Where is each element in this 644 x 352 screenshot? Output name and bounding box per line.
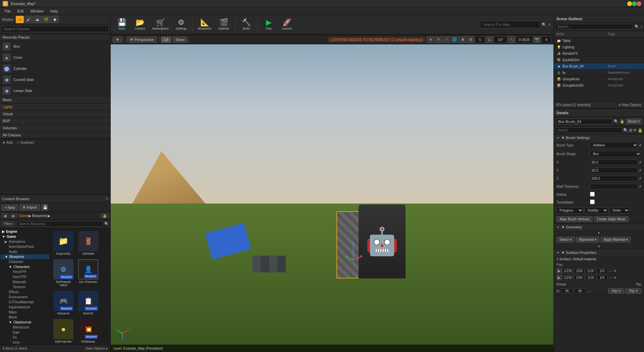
pan-val-2a[interactable]	[562, 275, 573, 280]
geometry-header[interactable]: ▼ ▼ Geometry	[554, 224, 644, 230]
tree-objektumok[interactable]: ▼Objektumok	[1, 320, 49, 325]
asset-myhud[interactable]: 📋 Blueprint MyHUD	[76, 290, 100, 316]
surface-properties-header[interactable]: ▼ ▼ Surface Properties	[554, 249, 644, 256]
vt-camera-icon[interactable]: 📷	[533, 36, 541, 43]
toolbar-launch-button[interactable]: 🚀 Launch	[278, 17, 295, 32]
vt-transform-icon[interactable]: ⊕	[427, 36, 434, 43]
apply-material-dropdown[interactable]: Apply Material ▾	[601, 237, 631, 243]
outliner-row-renderfx[interactable]: ✨ RenderFX	[554, 50, 644, 57]
menu-help[interactable]: Help	[47, 8, 61, 14]
viewport-perspective-button[interactable]: 👁 Perspective	[127, 37, 157, 43]
outliner-row-groupactor50[interactable]: 📦 GroupActor50 GroupActor	[554, 82, 644, 89]
vt-angle-icon[interactable]: ∠	[486, 36, 493, 43]
viewport-lit-button[interactable]: Lit	[161, 37, 171, 43]
cb-filters-button[interactable]: Filters	[1, 221, 15, 227]
create-static-button[interactable]: Create Static Mesh	[594, 216, 629, 222]
tree-animations[interactable]: ▶Animations	[1, 239, 49, 244]
flip-u-button[interactable]: Flip U	[608, 288, 624, 294]
place-item-box[interactable]: ■ Box	[0, 41, 110, 52]
pan-dropdown-2[interactable]: ▾	[614, 276, 616, 279]
menu-edit[interactable]: Edit	[14, 8, 27, 14]
tree-audio[interactable]: Audio	[1, 249, 49, 254]
brush-shape-select[interactable]: Box Sphere Cylinder	[590, 151, 641, 157]
toolbar-save-button[interactable]: 💾 Save	[113, 17, 130, 32]
tree-environment[interactable]: Environment	[1, 295, 49, 300]
tree-eger[interactable]: Eger	[1, 330, 49, 335]
outliner-row-groupactor[interactable]: 📦 GroupActor GroupActor	[554, 76, 644, 82]
tree-fa[interactable]: Fa	[1, 335, 49, 340]
place-item-linear-stair[interactable]: ◆ Linear Stair	[0, 85, 110, 96]
asset-ejel[interactable]: ⚙ Blueprint EjelNappal Valtoz	[52, 258, 75, 288]
y-reset-icon[interactable]: ↺	[639, 169, 641, 172]
outliner-view-options[interactable]: ▾ View Options	[619, 103, 641, 107]
cb-path-game[interactable]: Game	[19, 214, 28, 218]
tree-irinyi[interactable]: irinyi	[1, 340, 49, 345]
close-button[interactable]	[637, 1, 641, 6]
toolbar-build-button[interactable]: 🔨 Build	[238, 17, 255, 32]
cb-search-icon[interactable]: 🔍	[104, 222, 109, 226]
tessellated-checkbox[interactable]	[590, 200, 595, 204]
section-volumes[interactable]: Volumes	[0, 125, 110, 132]
subtract-button[interactable]: ○ Subtract	[17, 140, 34, 144]
outliner-row-boxbrush[interactable]: ■ Box Brush_64 Brush	[554, 63, 644, 70]
tree-maps[interactable]: Maps	[1, 310, 49, 315]
section-all-classes[interactable]: All Classes	[0, 132, 110, 139]
tree-blueprints[interactable]: ▼Blueprints	[1, 254, 49, 259]
mode-paint[interactable]: 🖌	[24, 16, 33, 23]
tree-game[interactable]: ▼Game	[1, 234, 49, 239]
vt-grid-icon[interactable]: ⊞	[467, 36, 474, 43]
tree-gtfree[interactable]: GTFreeMaterials	[1, 300, 49, 305]
viewport[interactable]: 🤖 X Y	[111, 44, 553, 352]
asset-myprojectile[interactable]: ● MyProjectile	[52, 318, 75, 345]
menu-window[interactable]: Window	[27, 8, 47, 14]
pan-val-1a[interactable]	[562, 268, 573, 273]
asset-mycharacter[interactable]: 👤 Blueprint My Character	[76, 258, 100, 288]
add-button[interactable]: ● Add	[3, 140, 13, 144]
asset-enginesky[interactable]: 📁 EngineSky	[52, 230, 75, 257]
tree-textures[interactable]: Textures	[1, 284, 49, 290]
mode-landscape[interactable]: ⛰	[33, 16, 41, 23]
mode-placement[interactable]: 🔺	[16, 16, 24, 23]
asset-robbanas[interactable]: 💥 Blueprint Robbanas	[76, 318, 100, 345]
brush-type-reset-icon[interactable]: ↺	[639, 143, 641, 147]
rotate-45-input[interactable]	[561, 289, 573, 294]
place-item-cylinder[interactable]: ⬤ Cylinder	[0, 63, 110, 74]
outliner-row-lighting[interactable]: 💡 Lighting	[554, 44, 644, 50]
select-dropdown[interactable]: Select ▾	[556, 237, 575, 243]
pan-val-2d[interactable]	[597, 275, 607, 280]
details-lock-icon[interactable]: 🔒	[620, 119, 625, 124]
details-eye-icon[interactable]: 👁	[633, 128, 637, 133]
vt-world-icon[interactable]: 🌐	[451, 36, 458, 43]
minimize-button[interactable]	[627, 1, 632, 6]
pan-play-2[interactable]: ▶	[556, 275, 562, 280]
solidity-select[interactable]: Solidity	[585, 207, 608, 214]
z-reset-icon[interactable]: ↺	[639, 177, 641, 180]
vt-surface-icon[interactable]: ⧫	[459, 36, 466, 43]
vt-scale2-icon[interactable]: ⤡	[508, 36, 515, 43]
details-name-input[interactable]	[556, 119, 612, 125]
mode-foliage[interactable]: 🌿	[42, 16, 50, 23]
place-item-cone[interactable]: ▲ Cone	[0, 52, 110, 63]
asset-ajto[interactable]: 🚪 AjtoNyito	[76, 230, 100, 257]
details-grid-icon[interactable]: ⊞	[629, 128, 632, 133]
place-item-curved-stair[interactable]: ◆ Curved Stair	[0, 74, 110, 85]
cb-path-blueprints[interactable]: Blueprints	[32, 214, 47, 218]
outliner-row-tabla[interactable]: 📁 Tabla	[554, 38, 644, 44]
outliner-row-epuletelem[interactable]: 🏗 EpuletElem	[554, 57, 644, 63]
help-external-icon[interactable]: ↗	[548, 23, 551, 27]
geometry-collapse[interactable]: ▾	[554, 244, 644, 249]
cb-view-options[interactable]: View Options ▾	[85, 347, 108, 350]
section-basic[interactable]: Basic	[0, 96, 110, 103]
flip-v-button[interactable]: Flip V	[625, 288, 641, 294]
cb-import-button[interactable]: ⬆ Import	[19, 204, 40, 211]
pan-play-1[interactable]: ▶	[556, 268, 562, 273]
tree-ingametexture[interactable]: Ingametexture	[1, 305, 49, 310]
tree-engine[interactable]: ▶Engine	[1, 229, 49, 234]
wall-reset-icon[interactable]: ↺	[639, 185, 641, 188]
help-search-input[interactable]	[480, 21, 540, 28]
toolbar-settings-button[interactable]: ⚙ Settings	[173, 17, 190, 32]
mode-geometry[interactable]: ◆	[51, 16, 59, 23]
outliner-search-input[interactable]	[555, 24, 633, 30]
polygons-select[interactable]: Polygons	[556, 207, 583, 214]
toolbar-content-button[interactable]: 📂 Content	[131, 17, 148, 32]
